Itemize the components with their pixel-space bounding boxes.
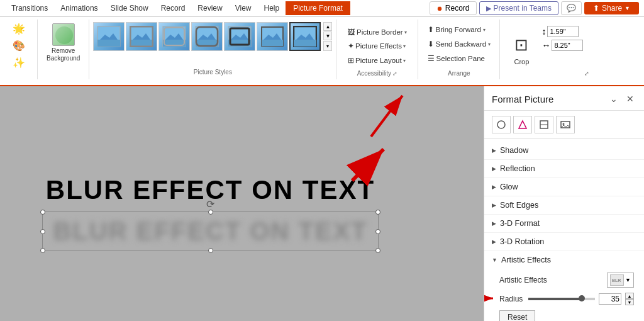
artistic-dropdown-icon: BLR	[610, 274, 624, 286]
picture-effects-label: Picture Effects	[355, 42, 402, 50]
radius-spinner: ▲ ▼	[625, 293, 634, 305]
menu-view[interactable]: View	[229, 1, 258, 15]
panel-tab-picture[interactable]	[556, 116, 575, 133]
style-thumb-7[interactable]	[289, 22, 321, 51]
height-icon: ↕	[541, 26, 546, 37]
record-button[interactable]: ⏺ Record	[430, 1, 477, 15]
style-thumb-6[interactable]	[257, 22, 288, 51]
style-thumb-4[interactable]	[191, 22, 223, 51]
canvas-red-arrow	[340, 137, 402, 195]
panel-close-button[interactable]: ✕	[624, 93, 636, 105]
height-input[interactable]	[547, 26, 579, 37]
style-thumb-5[interactable]	[224, 22, 255, 51]
accessibility-label: Accessibility ⤢	[357, 70, 397, 78]
color-button[interactable]: 🎨	[9, 38, 29, 54]
artistic-effects-dropdown[interactable]: BLR ▼	[607, 273, 634, 288]
border-icon: 🖼	[348, 28, 355, 36]
menu-animations[interactable]: Animations	[54, 1, 104, 15]
share-button[interactable]: ⬆ Share ▼	[584, 2, 639, 14]
menu-record[interactable]: Record	[155, 1, 192, 15]
glow-header[interactable]: ▶ Glow	[484, 178, 644, 196]
picture-layout-button[interactable]: ⊞ Picture Layout ▾	[344, 54, 409, 67]
picture-border-arrow: ▾	[404, 30, 407, 35]
artistic-effects-small-button[interactable]: ✨	[9, 55, 29, 70]
handle-mr	[375, 229, 380, 234]
width-icon: ↔	[541, 40, 550, 50]
selected-image-container[interactable]: ⟳ BLUR EFFECT ON TEXT	[42, 211, 378, 251]
text-blurred: BLUR EFFECT ON TEXT	[53, 217, 367, 245]
artistic-effects-row: Artistic Effects BLR ▼	[499, 273, 634, 288]
shadow-header[interactable]: ▶ Shadow	[484, 142, 644, 159]
teams-icon: ▶	[486, 4, 491, 13]
chat-button[interactable]: 💬	[561, 1, 582, 15]
3d-format-header[interactable]: ▶ 3-D Format	[484, 215, 644, 232]
radius-input[interactable]	[599, 293, 621, 305]
panel-section-soft-edges: ▶ Soft Edges	[484, 196, 644, 215]
panel-tab-layout[interactable]	[535, 116, 553, 133]
share-label: Share	[602, 4, 622, 13]
picture-styles-label: Picture Styles	[194, 69, 232, 77]
picture-border-button[interactable]: 🖼 Picture Border ▾	[344, 26, 411, 38]
picture-layout-arrow: ▾	[403, 58, 406, 64]
menu-help[interactable]: Help	[258, 1, 286, 15]
ribbon-section-remove-bg: RemoveBackground	[38, 20, 89, 79]
3d-rotation-header[interactable]: ▶ 3-D Rotation	[484, 233, 644, 251]
handle-tr	[375, 210, 380, 215]
remove-background-button[interactable]: RemoveBackground	[43, 21, 84, 65]
radius-spin-up[interactable]: ▲	[625, 293, 634, 299]
reset-button-container: Reset	[499, 310, 634, 321]
selection-pane-button[interactable]: ☰ Selection Pane	[424, 52, 489, 65]
menu-slideshow[interactable]: Slide Show	[104, 1, 155, 15]
record-label: Record	[445, 4, 470, 13]
present-teams-button[interactable]: ▶ Present in Teams	[479, 1, 559, 15]
bring-forward-icon: ⬆	[428, 25, 434, 34]
reflection-header[interactable]: ▶ Reflection	[484, 160, 644, 177]
style-thumb-3[interactable]	[158, 22, 190, 51]
3d-rotation-chevron: ▶	[492, 239, 496, 245]
panel-minimize-button[interactable]: ⌄	[608, 93, 620, 105]
menu-transitions[interactable]: Transitions	[5, 1, 54, 15]
accessibility-expand-icon: ⤢	[392, 70, 397, 77]
radius-slider[interactable]	[528, 298, 595, 300]
artistic-effects-header[interactable]: ▼ Artistic Effects	[484, 251, 644, 269]
ribbon-section-size: ⊡ Crop ↕ ↔ ⤢ Size	[500, 20, 594, 79]
shadow-chevron: ▶	[492, 147, 496, 154]
artistic-effects-sub-label: Artistic Effects	[499, 276, 547, 284]
picture-effects-button[interactable]: ✦ Picture Effects ▾	[344, 40, 409, 52]
bring-forward-button[interactable]: ⬆ Bring Forward ▾	[424, 23, 489, 36]
panel-tab-effects[interactable]	[513, 116, 532, 133]
svg-rect-3	[130, 40, 153, 47]
reset-button[interactable]: Reset	[499, 310, 535, 321]
ribbon-section-effects: 🖼 Picture Border ▾ ✦ Picture Effects ▾ ⊞…	[336, 20, 418, 79]
width-row: ↔	[541, 40, 583, 51]
send-backward-button[interactable]: ⬇ Send Backward ▾	[424, 38, 495, 50]
reflection-label: Reflection	[500, 164, 535, 173]
width-input[interactable]	[552, 40, 583, 51]
style-thumb-1[interactable]	[93, 22, 125, 51]
slide-canvas[interactable]: BLUR EFFECT ON TEXT	[0, 86, 484, 321]
effects-icon: ✦	[348, 42, 354, 50]
rotation-handle[interactable]: ⟳	[206, 198, 214, 210]
share-icon: ⬆	[593, 4, 599, 13]
menu-review[interactable]: Review	[191, 1, 228, 15]
big-red-arrow-svg	[340, 137, 402, 193]
scroll-up-button[interactable]: ▲	[323, 22, 332, 31]
panel-section-glow: ▶ Glow	[484, 178, 644, 196]
panel-tab-fill-line[interactable]	[492, 116, 511, 133]
scroll-expand-button[interactable]: ▾	[323, 41, 332, 51]
3d-format-chevron: ▶	[492, 220, 496, 227]
crop-button[interactable]: ⊡ Crop	[505, 21, 538, 78]
scroll-down-button[interactable]: ▼	[323, 31, 332, 40]
soft-edges-header[interactable]: ▶ Soft Edges	[484, 196, 644, 214]
menu-picture-format[interactable]: Picture Format	[286, 1, 350, 15]
selection-pane-icon: ☰	[428, 54, 435, 63]
soft-edges-chevron: ▶	[492, 202, 496, 208]
app-container: Transitions Animations Slide Show Record…	[0, 0, 644, 321]
svg-point-25	[563, 123, 565, 125]
radius-spin-down[interactable]: ▼	[625, 299, 634, 305]
svg-marker-21	[519, 121, 526, 128]
corrections-button[interactable]: 🌟	[9, 21, 29, 37]
ribbon: 🌟 🎨 ✨ RemoveBackground	[0, 17, 644, 86]
style-thumb-2[interactable]	[126, 22, 157, 51]
size-expand-icon[interactable]: ⤢	[584, 70, 589, 77]
